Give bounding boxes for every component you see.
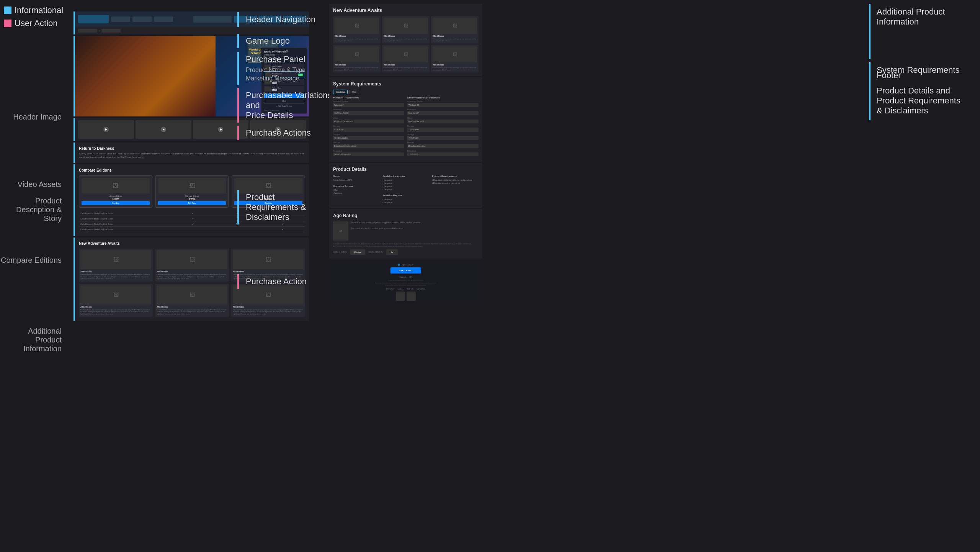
right-age-rating-section: Age Rating M Blood and Gore, Strong Lang… [329,209,482,259]
page-layout: Informational User Action Header Image V… [0,0,980,552]
right-sysreq-section: System Requirements Windows Mac Minimum … [329,77,482,162]
annotation-header-nav-label: Header Navigation [243,15,315,25]
product-card-1: 🖼 Allied Races Purchase Races for scenar… [79,249,153,282]
cell-3-1: ✓ [170,223,215,225]
right-product-desc-2: Purchase Races for scenario and begin yo… [384,38,428,42]
far-right-additional-info-label: Additional Product Information [871,4,951,57]
cell-2-1: ✓ [170,217,215,220]
sysreq-video-rec: Video NVIDIA GTX 1080 [407,117,479,124]
footer-legal-link[interactable]: LEGAL [398,288,404,290]
compare-img-2: 🖼 [158,178,226,193]
user-action-label: User Action [15,18,58,28]
far-right-additional-label-container: Additional Product Information [869,4,980,59]
play-triangle-3 [220,128,222,131]
pd-lang-2: • Language [382,182,429,184]
sysreq-video-min: Video NVIDIA GTX 560 2GB [333,117,404,124]
breadcrumb-page[interactable] [101,29,121,33]
pd-req-2: • Requires account or game time. [432,182,479,184]
right-product-1: 🖼 Allied Races Purchase Races for scenar… [333,16,381,43]
right-sysreq-title: System Requirements [333,81,479,87]
edition-price-1: $4999 [82,198,150,200]
footer-legal-links: PRIVACY LEGAL TERMS COOKIES [333,288,479,290]
play-btn-2[interactable] [161,127,166,132]
edition-buy-1[interactable]: Buy Now [82,201,150,205]
label-header-image: Header Image [0,61,71,172]
edition-price-2: $4999 [158,198,226,200]
publisher-row: PUBLISHED BY blizzard DEVELOPED BY iw [333,249,479,255]
right-product-details-title: Product Details [333,167,479,172]
footer-links: Support API [333,276,479,278]
pd-col-genre: Genre Action-Adventure RPG Operating Sys… [333,175,379,204]
sysreq-tab-mac[interactable]: Mac [349,90,359,94]
nav-link-1[interactable] [111,16,130,22]
esrb-badge-2 [407,292,416,301]
label-compare-editions: Compare Editions [0,223,71,298]
breadcrumb-home[interactable] [78,29,97,33]
play-btn-3[interactable] [218,127,223,132]
compare-card-1: 🖼 Ultimate Edition $4999 Buy Now [79,175,152,208]
pd-col-languages: Available Languages • Language • Languag… [382,175,429,204]
sysreq-storage-rec: Storage 70 GB SSD [407,133,479,140]
annotation-purchase-action-label: Purchase Action [243,277,307,287]
right-product-desc-4: Purchase Races for scenario and begin yo… [335,67,379,70]
far-right-product-details-label-container: Product Details and Product Requirements… [869,83,980,120]
compare-card-2: 🖼 Ultimate Edition $4999 Buy Now [155,175,229,208]
footer-logo-text: BATTLE.NET [399,269,413,272]
annotation-purchasable-var-label: Purchasable Variations and Price Details [243,90,332,120]
right-product-title-2: Allied Races [384,35,428,37]
product-desc-4: Purchase Races for scenario and begin yo… [80,309,151,315]
product-details-grid: Genre Action-Adventure RPG Operating Sys… [333,175,479,204]
sysreq-cpu-rec: Processor Intel Core i7 [407,108,479,115]
sysreq-rec-title: Recommended Specifications [407,97,479,99]
edition-buy-2[interactable]: Buy Now [158,201,226,205]
user-action-dot [4,20,11,27]
developed-by-label: DEVELOPED BY [368,251,383,253]
right-product-4: 🖼 Allied Races Purchase Races for scenar… [333,45,381,72]
pd-req-label: Product Requirements [432,175,479,177]
sysreq-tab-windows[interactable]: Windows [333,90,348,94]
nav-search[interactable] [193,16,232,23]
right-product-desc-6: Purchase Races for scenario and begin yo… [433,67,477,70]
right-product-title-4: Allied Races [335,64,379,66]
sysreq-cpu-min: Processor Intel Core i5-760 [333,108,404,115]
product-desc-1: Purchase Races for scenario and begin yo… [80,274,151,280]
footer-link-api[interactable]: API [409,276,412,278]
video-thumb-1[interactable] [78,120,134,139]
right-age-rating-title: Age Rating [333,213,479,218]
right-wireframe-column: New Adventure Awaits 🖼 Allied Races Purc… [329,4,482,305]
right-product-img-3: 🖼 [433,18,477,34]
right-product-2: 🖼 Allied Races Purchase Races for scenar… [382,16,430,43]
product-desc-6: Purchase Races for scenario and begin yo… [233,309,304,315]
product-desc-2: Purchase Races for scenario and begin yo… [157,274,227,280]
sysreq-memory-rec: Memory 16 GB RAM [407,125,479,132]
far-right-footer-label: Footer [871,67,907,84]
pd-lang-3: • Language [382,185,429,187]
feature-name-4: Call of Azeroth: Blade-Eye Exile Ember [79,228,170,231]
footer-terms-link[interactable]: TERMS [407,288,414,290]
cell-4-1 [170,228,215,231]
img-placeholder-6: 🖼 [266,292,271,298]
pd-region-1: • Language [382,198,429,200]
nav-link-3[interactable] [154,16,173,22]
legal-text: © 2022 ACTIVISION PUBLISHING, INC. ACTIV… [333,243,479,247]
video-thumb-2[interactable] [136,120,191,139]
play-btn-1[interactable] [103,127,109,132]
right-product-title-6: Allied Races [433,64,477,66]
label-product-description: Product Description & Story [0,196,71,223]
right-additional-section: New Adventure Awaits 🖼 Allied Races Purc… [329,4,482,76]
footer-privacy-link[interactable]: PRIVACY [386,288,395,290]
publisher-logo: blizzard [350,249,365,255]
sysreq-storage-min: Storage 70 GB available [333,133,404,140]
age-badge: M [333,221,348,241]
nav-link-2[interactable] [132,16,152,22]
footer-lang-selector[interactable]: 🌐 English (US) ▼ [398,264,414,266]
annotation-product-name-type: Product Name & Type [246,66,305,74]
far-right-product-details-label: Product Details and Product Requirements… [871,83,967,119]
footer-top: 🌐 English (US) ▼ BATTLE.NET [333,264,479,274]
right-footer-section: 🌐 English (US) ▼ BATTLE.NET Support API … [329,260,482,305]
pd-lang-1: • Language [382,179,429,181]
footer-cookies-link[interactable]: COOKIES [416,288,425,290]
footer-link-support[interactable]: Support [399,276,406,278]
far-right-footer-label-container: Footer [869,67,907,85]
sysreq-tabs: Windows Mac [333,90,479,94]
